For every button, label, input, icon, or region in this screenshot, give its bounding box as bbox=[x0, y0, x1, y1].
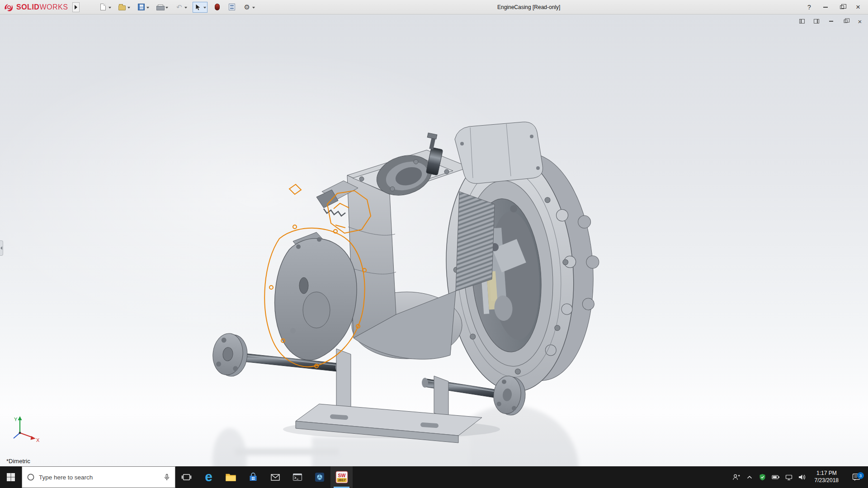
task-view-icon bbox=[181, 472, 192, 482]
window-controls: ? × bbox=[801, 0, 866, 14]
edge-icon: e bbox=[205, 470, 212, 483]
command-prompt-button[interactable] bbox=[286, 466, 308, 488]
select-tool-button[interactable] bbox=[193, 2, 208, 13]
doc-minimize-button[interactable] bbox=[827, 18, 835, 24]
print-button[interactable] bbox=[155, 2, 170, 13]
clock-date: 7/23/2018 bbox=[815, 477, 839, 484]
save-icon bbox=[137, 3, 145, 11]
taskbar: e bbox=[0, 466, 868, 488]
cortana-icon bbox=[27, 473, 35, 481]
mail-button[interactable] bbox=[264, 466, 286, 488]
close-icon: × bbox=[858, 18, 862, 25]
start-button[interactable] bbox=[0, 466, 22, 488]
new-document-icon bbox=[99, 3, 107, 11]
undo-icon: ↶ bbox=[175, 3, 183, 11]
help-icon: ? bbox=[807, 4, 811, 11]
cube-app-icon bbox=[314, 472, 325, 483]
featuremanager-collapse-handle[interactable] bbox=[0, 240, 3, 256]
chevron-down-icon[interactable] bbox=[184, 7, 187, 9]
notification-badge: 3 bbox=[857, 472, 864, 479]
restore-button[interactable] bbox=[834, 0, 850, 14]
open-button[interactable] bbox=[117, 2, 132, 13]
doc-close-button[interactable]: × bbox=[856, 18, 863, 24]
view-orientation-label: *Dimetric bbox=[6, 458, 30, 465]
volume-button[interactable] bbox=[798, 473, 806, 481]
clock-time: 1:17 PM bbox=[816, 470, 837, 477]
right-pane-button[interactable] bbox=[813, 18, 820, 24]
tray-overflow-button[interactable] bbox=[745, 473, 754, 481]
solidworks-wordmark: SOLIDWORKS bbox=[16, 3, 68, 11]
taskbar-search[interactable] bbox=[22, 466, 175, 488]
edrawings-button[interactable] bbox=[308, 466, 330, 488]
solidworks-icon-text: SW bbox=[338, 473, 345, 478]
open-folder-icon bbox=[118, 3, 126, 11]
solidworks-app-icon: SW 2017 bbox=[335, 471, 348, 483]
cooling-fins[interactable] bbox=[456, 192, 495, 291]
battery-button[interactable] bbox=[772, 473, 780, 481]
minimize-icon bbox=[829, 21, 833, 22]
file-properties-icon bbox=[228, 3, 236, 11]
taskbar-empty-area bbox=[353, 466, 730, 488]
close-button[interactable]: × bbox=[850, 0, 866, 14]
triad-x-label: X bbox=[36, 437, 40, 443]
minimize-button[interactable] bbox=[817, 0, 834, 14]
print-icon bbox=[156, 3, 164, 11]
graphics-viewport[interactable]: × bbox=[0, 14, 868, 466]
minimize-icon bbox=[823, 7, 828, 8]
solidworks-mark-icon bbox=[4, 3, 14, 12]
new-document-button[interactable] bbox=[98, 2, 113, 13]
network-icon bbox=[785, 474, 793, 481]
close-icon: × bbox=[856, 3, 860, 11]
command-prompt-icon bbox=[292, 472, 303, 482]
options-button[interactable]: ⚙ bbox=[241, 2, 256, 13]
solidworks-taskbar-button[interactable]: SW 2017 bbox=[330, 466, 353, 488]
document-window-controls: × bbox=[798, 18, 863, 24]
help-button[interactable]: ? bbox=[801, 0, 817, 14]
save-button[interactable] bbox=[136, 2, 151, 13]
window-title: EngineCasing [Read-only] bbox=[256, 4, 801, 10]
taskbar-clock[interactable]: 1:17 PM 7/23/2018 bbox=[811, 470, 842, 484]
right-pane-icon bbox=[814, 19, 819, 23]
people-button[interactable] bbox=[732, 473, 741, 481]
restore-icon bbox=[840, 5, 844, 9]
orientation-triad[interactable]: Y X bbox=[5, 414, 43, 448]
chevron-up-icon bbox=[746, 474, 753, 481]
doc-restore-button[interactable] bbox=[842, 18, 849, 24]
chevron-down-icon[interactable] bbox=[127, 7, 130, 9]
desktop: SOLIDWORKS ↶ bbox=[0, 0, 868, 488]
triad-y-label: Y bbox=[14, 417, 18, 422]
chevron-down-icon[interactable] bbox=[203, 7, 206, 9]
search-input[interactable] bbox=[39, 474, 159, 481]
rebuild-icon bbox=[213, 3, 221, 11]
rebuild-button[interactable] bbox=[212, 2, 222, 13]
store-button[interactable] bbox=[242, 466, 264, 488]
system-tray: 1:17 PM 7/23/2018 3 bbox=[730, 466, 868, 488]
task-view-button[interactable] bbox=[175, 466, 198, 488]
people-icon bbox=[732, 473, 741, 481]
shield-icon bbox=[759, 474, 766, 481]
battery-icon bbox=[772, 474, 780, 480]
edge-button[interactable]: e bbox=[198, 466, 220, 488]
microphone-icon[interactable] bbox=[163, 474, 170, 481]
restore-icon bbox=[844, 19, 847, 23]
action-center-button[interactable]: 3 bbox=[847, 473, 865, 482]
collapse-arrow-icon bbox=[0, 246, 2, 250]
engine-casing-model[interactable] bbox=[0, 14, 868, 466]
left-pane-button[interactable] bbox=[798, 18, 806, 24]
volume-icon bbox=[798, 474, 806, 481]
solidworks-logo[interactable]: SOLIDWORKS bbox=[4, 3, 68, 12]
undo-button[interactable]: ↶ bbox=[174, 2, 189, 13]
chevron-down-icon[interactable] bbox=[108, 7, 111, 9]
defender-button[interactable] bbox=[759, 473, 767, 481]
menu-flyout-button[interactable] bbox=[72, 2, 80, 12]
file-properties-button[interactable] bbox=[226, 2, 237, 13]
select-cursor-icon bbox=[194, 3, 202, 11]
chevron-down-icon[interactable] bbox=[165, 7, 168, 9]
solidworks-icon-year: 2017 bbox=[338, 478, 345, 482]
side-cover-plate[interactable] bbox=[275, 232, 357, 360]
rear-cover[interactable] bbox=[455, 122, 543, 183]
network-button[interactable] bbox=[785, 473, 793, 481]
file-explorer-button[interactable] bbox=[220, 466, 242, 488]
chevron-down-icon[interactable] bbox=[146, 7, 149, 9]
chevron-down-icon[interactable] bbox=[252, 7, 255, 9]
